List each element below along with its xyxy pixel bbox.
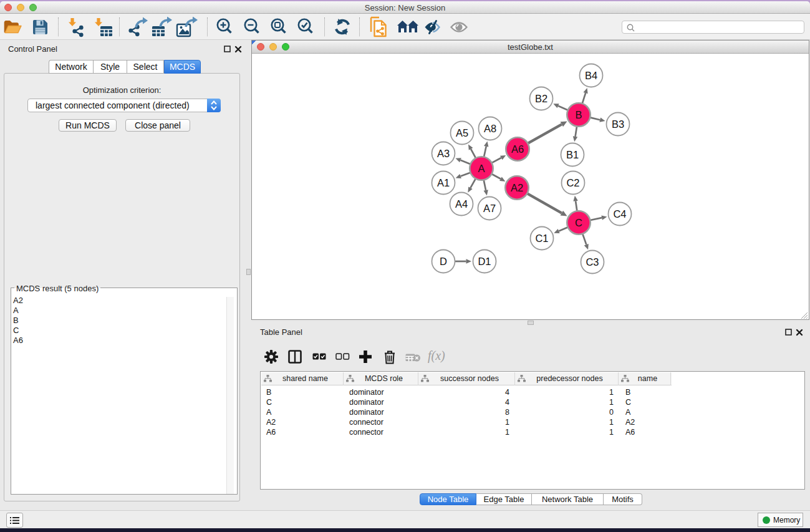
svg-text:D1: D1 [478,256,491,267]
svg-text:A7: A7 [483,203,496,214]
svg-text:C4: C4 [613,208,626,220]
svg-text:A1: A1 [437,177,450,188]
svg-text:B1: B1 [566,149,579,160]
svg-text:B2: B2 [535,93,547,104]
svg-text:A3: A3 [437,148,450,159]
svg-text:A2: A2 [511,182,523,193]
svg-text:D: D [440,256,447,267]
svg-text:A8: A8 [484,123,496,134]
svg-text:C: C [575,217,582,228]
svg-text:A4: A4 [455,198,468,210]
svg-text:B4: B4 [585,70,597,81]
svg-text:A5: A5 [456,127,468,138]
svg-text:B: B [575,109,582,120]
svg-text:B3: B3 [612,118,624,130]
svg-text:A: A [478,163,485,174]
svg-text:C3: C3 [586,256,599,268]
svg-text:C2: C2 [566,177,579,188]
svg-text:A6: A6 [511,143,524,155]
svg-text:C1: C1 [535,233,548,244]
